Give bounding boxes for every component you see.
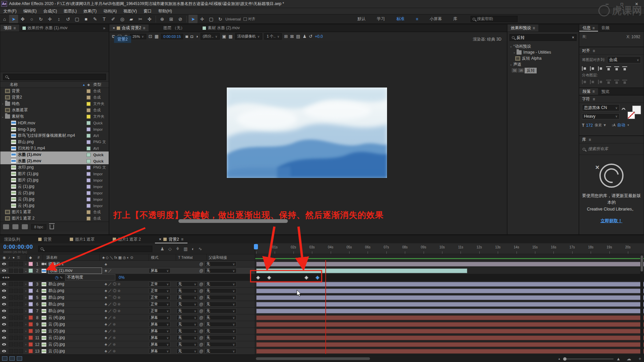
font-family-dropdown[interactable]: 思源黑体 CN∨ xyxy=(582,104,620,111)
label-color-chip[interactable] xyxy=(29,295,33,300)
eraser-tool-icon[interactable]: ▰ xyxy=(127,15,136,23)
panel-menu-icon[interactable]: ≡ xyxy=(181,237,183,242)
blend-mode-dropdown[interactable]: 屏幕∨ xyxy=(149,342,170,347)
rotate-icon[interactable]: ↻ xyxy=(216,15,225,23)
brush-tool-icon[interactable]: ✐ xyxy=(109,15,118,23)
pan-camera-tool-icon[interactable]: ✛ xyxy=(45,15,54,23)
keyframe-navigator[interactable]: ◀ ◆ ▶ xyxy=(0,276,17,279)
frame-blend-icon[interactable]: ▥ xyxy=(183,246,187,251)
timeline-track-area[interactable]: 0s01s02s03s04s05s06s07s08s09s10s11s12s13… xyxy=(255,243,644,362)
parent-dropdown[interactable]: 无∨ xyxy=(205,328,236,334)
eye-icon[interactable] xyxy=(2,263,6,265)
label-color-chip[interactable] xyxy=(87,96,91,100)
track-row-13[interactable] xyxy=(255,348,644,355)
project-item-10[interactable]: 水墨 (1).movQuick xyxy=(0,152,109,158)
eye-icon[interactable] xyxy=(2,296,6,299)
panel-menu-icon[interactable]: ≡ xyxy=(533,26,535,31)
workspace-学习[interactable]: 学习 xyxy=(377,16,385,22)
playhead-icon[interactable] xyxy=(254,244,258,249)
layer-switches[interactable]: ♣ ／ ⊙ xyxy=(102,328,149,334)
project-item-4[interactable]: ⌄素材包文件夹 xyxy=(0,113,109,120)
align-button-5[interactable] xyxy=(622,66,627,71)
magnification-dropdown[interactable]: 25%∨ xyxy=(130,34,146,39)
eye-icon[interactable] xyxy=(2,310,6,312)
label-color-chip[interactable] xyxy=(29,322,33,326)
parent-pickwhip-icon[interactable]: @ xyxy=(198,309,205,313)
twirl-icon[interactable]: ⌄ xyxy=(508,45,513,48)
track-row-10[interactable] xyxy=(255,328,644,335)
zoom-out-mountain-icon[interactable]: ▲ xyxy=(558,357,560,360)
blend-mode-dropdown[interactable] xyxy=(149,261,170,266)
position-icon[interactable]: ✛ xyxy=(198,15,207,23)
solo-toggle-icon[interactable] xyxy=(14,342,18,347)
twirl-icon[interactable]: › xyxy=(23,296,29,299)
layer-name[interactable]: 云 (1).jpg xyxy=(48,348,102,354)
layer-duration-bar[interactable] xyxy=(256,295,644,300)
font-weight-dropdown[interactable]: Heavy∨ xyxy=(582,113,620,119)
get-libraries-link[interactable]: 立即获取！ xyxy=(579,218,644,224)
project-item-20[interactable]: 图片1 遮罩 2合成 xyxy=(0,215,109,222)
project-item-0[interactable]: 背景合成 xyxy=(0,88,109,94)
pixel-aspect-icon[interactable]: ⊞ xyxy=(284,34,288,39)
label-color-chip[interactable] xyxy=(87,115,91,119)
blend-mode-dropdown[interactable]: 屏幕∨ xyxy=(149,322,170,327)
layer-name[interactable]: 云 (1).jpg xyxy=(48,335,102,341)
snap-align-checkbox[interactable]: 对齐 xyxy=(244,16,256,21)
solo-toggle-icon[interactable] xyxy=(14,295,18,300)
project-item-6[interactable]: timg-3.jpgImpor xyxy=(0,126,109,132)
timeline-tab-0[interactable]: 渲染队列 xyxy=(0,235,24,243)
trkmat-dropdown[interactable]: 无∨ xyxy=(176,335,198,340)
parent-pickwhip-icon[interactable]: @ xyxy=(198,315,205,320)
track-row-1[interactable] xyxy=(255,261,644,267)
lock-toggle-icon[interactable] xyxy=(19,349,23,353)
parent-dropdown[interactable]: 无∨ xyxy=(205,302,236,307)
layer-duration-bar[interactable] xyxy=(256,262,644,266)
flowchart-icon[interactable]: ♟ xyxy=(303,34,307,39)
timeline-tab-1[interactable]: 背景 xyxy=(34,235,56,243)
menu-item-1[interactable]: 编辑(E) xyxy=(20,8,40,14)
workspace-默认[interactable]: 默认 xyxy=(358,16,366,22)
help-search-input[interactable]: 搜索帮助 xyxy=(471,16,518,22)
layer-switches[interactable]: ♣ ／ ◎ ⊙ xyxy=(102,282,149,287)
font-size-unit[interactable]: 像素 ▼ xyxy=(594,123,606,128)
label-color-chip[interactable] xyxy=(29,336,33,340)
label-color-chip[interactable] xyxy=(29,289,33,293)
label-color-chip[interactable] xyxy=(29,262,33,266)
parent-dropdown[interactable]: 无∨ xyxy=(205,288,236,293)
effects-tree-item-0[interactable]: ⌄* 动画预设 xyxy=(507,43,579,49)
label-color-chip[interactable] xyxy=(87,153,91,157)
timeline-tab-3[interactable]: 图片1 遮罩 2 xyxy=(109,235,145,243)
distribute-button-3[interactable] xyxy=(606,80,611,84)
label-color-chip[interactable] xyxy=(87,89,91,93)
align-to-dropdown[interactable]: 合成∨ xyxy=(607,56,641,63)
coordinate-system-dropdown[interactable]: Universal xyxy=(225,17,241,21)
menu-item-5[interactable]: 动画(A) xyxy=(100,8,120,14)
layer-row-13[interactable]: ›13云 (1).jpg♣ ／ ⊙屏幕∨无∨@无∨ xyxy=(0,348,255,355)
trkmat-dropdown[interactable]: 无∨ xyxy=(176,288,198,293)
label-color-chip[interactable] xyxy=(87,134,91,138)
label-color-chip[interactable] xyxy=(29,329,33,333)
tab-effects-presets[interactable]: 效果和预设≡ xyxy=(507,24,538,32)
layer-row-5[interactable]: ›5群山.png♣ ⌒ ◎ ⊙正常∨无∨@无∨ xyxy=(0,294,255,301)
show-snapshot-icon[interactable]: ◘ xyxy=(191,34,193,39)
menu-item-6[interactable]: 视图(V) xyxy=(120,8,140,14)
layer-row-3[interactable]: ›3群山.png♣ ／ ◎ ⊙正常∨无∨@无∨ xyxy=(0,281,255,288)
audio-toggle-icon[interactable] xyxy=(9,329,13,333)
layer-duration-bar[interactable] xyxy=(256,329,644,334)
align-button-3[interactable] xyxy=(606,66,611,71)
trkmat-dropdown[interactable]: 无∨ xyxy=(176,315,198,320)
viewer-horizontal-scrollbar[interactable] xyxy=(178,219,288,223)
trkmat-dropdown[interactable]: 无∨ xyxy=(176,349,198,354)
project-item-17[interactable]: 云 (3).jpgImpor xyxy=(0,196,109,202)
solo-toggle-icon[interactable] xyxy=(14,302,18,306)
project-item-16[interactable]: 云 (2).jpgImpor xyxy=(0,190,109,196)
menu-item-7[interactable]: 窗口 xyxy=(140,8,155,14)
label-color-chip[interactable] xyxy=(87,191,91,195)
graph-icon[interactable]: ∿ xyxy=(60,275,65,280)
parent-dropdown[interactable]: 无∨ xyxy=(205,315,236,320)
blend-mode-dropdown[interactable]: 正常∨ xyxy=(149,295,170,300)
selection-tool-icon[interactable]: ➤ xyxy=(9,15,18,23)
layer-duration-bar[interactable] xyxy=(256,268,467,273)
checkerboard-icon[interactable]: ▩ xyxy=(228,34,232,39)
twirl-icon[interactable]: › xyxy=(23,283,29,286)
